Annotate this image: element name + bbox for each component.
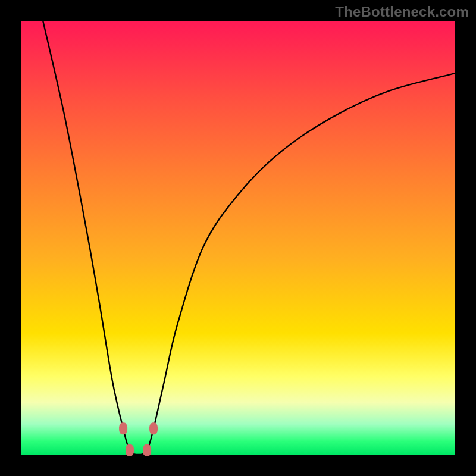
curve-marker [143,444,151,456]
curve-markers [119,422,158,456]
curve-svg [21,21,455,455]
curve-marker [149,422,158,434]
bottleneck-curve [43,21,455,455]
outer-frame: TheBottleneck.com [0,0,476,476]
curve-marker [126,444,134,456]
plot-area [21,21,455,455]
watermark-text: TheBottleneck.com [335,4,469,20]
curve-marker [119,422,127,434]
